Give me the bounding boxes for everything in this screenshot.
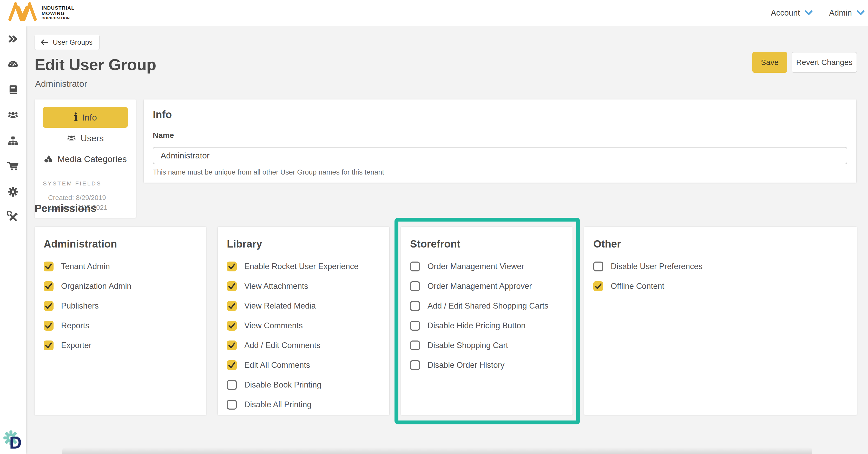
permission-label: Disable Order History xyxy=(428,360,504,370)
brand-d-letter: D xyxy=(9,433,22,452)
bottom-left-brand-logo[interactable]: D xyxy=(3,430,27,451)
save-button[interactable]: Save xyxy=(752,52,787,73)
permission-label: Order Management Viewer xyxy=(428,262,524,271)
permission-group-title: Other xyxy=(593,238,848,250)
permission-label: Add / Edit Comments xyxy=(244,341,320,350)
admin-menu[interactable]: Admin xyxy=(829,8,865,18)
permissions-grid: AdministrationTenant AdminOrganization A… xyxy=(35,227,857,415)
checked-checkbox[interactable] xyxy=(44,321,54,331)
unchecked-checkbox[interactable] xyxy=(410,301,420,311)
permission-row-enable-rocket-user-experience: Enable Rocket User Experience xyxy=(227,257,380,277)
checked-checkbox[interactable] xyxy=(227,281,237,291)
users-icon[interactable] xyxy=(7,109,19,121)
checked-checkbox[interactable] xyxy=(227,360,237,370)
unchecked-checkbox[interactable] xyxy=(410,360,420,370)
permission-row-offline-content: Offline Content xyxy=(593,277,848,296)
nav-item-media-categories[interactable]: Media Categories xyxy=(42,149,128,169)
permission-label: Reports xyxy=(61,321,89,330)
tools-icon[interactable] xyxy=(7,212,19,223)
permission-group-wrap-other: OtherDisable User PreferencesOffline Con… xyxy=(584,227,857,415)
logo-text: INDUSTRIAL MOWING CORPORATION xyxy=(41,4,74,20)
unchecked-checkbox[interactable] xyxy=(410,340,420,350)
permission-label: View Comments xyxy=(244,321,303,330)
checked-checkbox[interactable] xyxy=(44,262,54,271)
sitemap-icon[interactable] xyxy=(7,135,19,147)
permission-row-add-edit-comments: Add / Edit Comments xyxy=(227,335,380,355)
unchecked-checkbox[interactable] xyxy=(227,380,237,390)
permission-group-wrap-library: LibraryEnable Rocket User ExperienceView… xyxy=(218,227,389,415)
logo-line-3: CORPORATION xyxy=(41,16,74,20)
revert-changes-button[interactable]: Revert Changes xyxy=(792,52,857,73)
info-card: Info Name This name must be unique from … xyxy=(144,99,856,183)
company-logo: INDUSTRIAL MOWING CORPORATION xyxy=(8,2,74,21)
nav-item-label: Users xyxy=(81,133,104,143)
unchecked-checkbox[interactable] xyxy=(410,262,420,271)
back-to-user-groups-button[interactable]: User Groups xyxy=(35,35,99,50)
name-field-label: Name xyxy=(153,131,847,140)
chevron-down-icon xyxy=(857,10,865,16)
permission-group-other: OtherDisable User PreferencesOffline Con… xyxy=(584,227,857,415)
permission-row-tenant-admin: Tenant Admin xyxy=(44,257,197,277)
nav-item-users[interactable]: Users xyxy=(42,128,128,149)
checked-checkbox[interactable] xyxy=(227,301,237,311)
permission-group-wrap-storefront: StorefrontOrder Management ViewerOrder M… xyxy=(401,227,572,415)
permission-row-view-related-media: View Related Media xyxy=(227,296,380,316)
name-helper-text: This name must be unique from all other … xyxy=(153,168,847,176)
permission-row-organization-admin: Organization Admin xyxy=(44,277,197,296)
checked-checkbox[interactable] xyxy=(227,340,237,350)
dashboard-icon[interactable] xyxy=(7,59,19,70)
back-button-label: User Groups xyxy=(53,38,93,46)
permission-row-disable-user-preferences: Disable User Preferences xyxy=(593,257,848,277)
nav-item-label: Media Categories xyxy=(57,154,127,164)
permission-group-title: Storefront xyxy=(410,238,563,250)
permission-label: Tenant Admin xyxy=(61,262,110,271)
unchecked-checkbox[interactable] xyxy=(227,400,237,410)
permission-group-administration: AdministrationTenant AdminOrganization A… xyxy=(35,227,206,415)
gear-icon[interactable] xyxy=(7,186,19,197)
users-icon xyxy=(67,133,76,143)
name-input[interactable] xyxy=(153,147,847,164)
permission-row-order-management-viewer: Order Management Viewer xyxy=(410,257,563,277)
permission-row-reports: Reports xyxy=(44,316,197,335)
permission-row-disable-book-printing: Disable Book Printing xyxy=(227,375,380,395)
book-icon[interactable] xyxy=(7,84,19,96)
main-content: User Groups Edit User Group Administrato… xyxy=(26,26,868,454)
account-menu[interactable]: Account xyxy=(771,8,813,18)
top-header: INDUSTRIAL MOWING CORPORATION Account Ad… xyxy=(0,0,868,26)
permission-row-exporter: Exporter xyxy=(44,335,197,355)
nav-item-label: Info xyxy=(82,112,97,123)
checked-checkbox[interactable] xyxy=(227,321,237,331)
media-icon xyxy=(44,154,53,164)
admin-menu-label: Admin xyxy=(829,8,852,18)
permission-label: View Attachments xyxy=(244,282,308,291)
logo-line-1: INDUSTRIAL xyxy=(41,5,74,11)
unchecked-checkbox[interactable] xyxy=(410,321,420,331)
permission-row-disable-shopping-cart: Disable Shopping Cart xyxy=(410,335,563,355)
permission-label: Disable User Preferences xyxy=(611,262,703,271)
page-actions: Save Revert Changes xyxy=(752,52,857,73)
page-subtitle: Administrator xyxy=(35,79,87,89)
permissions-heading: Permissions xyxy=(35,203,96,214)
nav-item-info[interactable]: iInfo xyxy=(42,107,128,128)
unchecked-checkbox[interactable] xyxy=(593,262,603,271)
arrow-left-icon xyxy=(40,39,49,46)
permission-row-edit-all-comments: Edit All Comments xyxy=(227,355,380,375)
double-chevron-right-icon[interactable] xyxy=(7,33,19,45)
left-icon-sidebar xyxy=(0,26,26,454)
checked-checkbox[interactable] xyxy=(227,262,237,271)
unchecked-checkbox[interactable] xyxy=(410,281,420,291)
permission-row-view-attachments: View Attachments xyxy=(227,277,380,296)
chevron-down-icon xyxy=(805,10,813,16)
info-heading: Info xyxy=(153,109,847,121)
cart-icon[interactable] xyxy=(7,161,19,172)
checked-checkbox[interactable] xyxy=(44,281,54,291)
checked-checkbox[interactable] xyxy=(44,301,54,311)
permission-row-disable-hide-pricing-button: Disable Hide Pricing Button xyxy=(410,316,563,335)
logo-mark-icon xyxy=(8,2,37,21)
permission-label: Order Management Approver xyxy=(428,282,532,291)
permission-label: Disable Shopping Cart xyxy=(428,341,508,350)
checked-checkbox[interactable] xyxy=(593,281,603,291)
permission-row-disable-order-history: Disable Order History xyxy=(410,355,563,375)
permission-group-storefront: StorefrontOrder Management ViewerOrder M… xyxy=(401,227,572,415)
checked-checkbox[interactable] xyxy=(44,340,54,350)
